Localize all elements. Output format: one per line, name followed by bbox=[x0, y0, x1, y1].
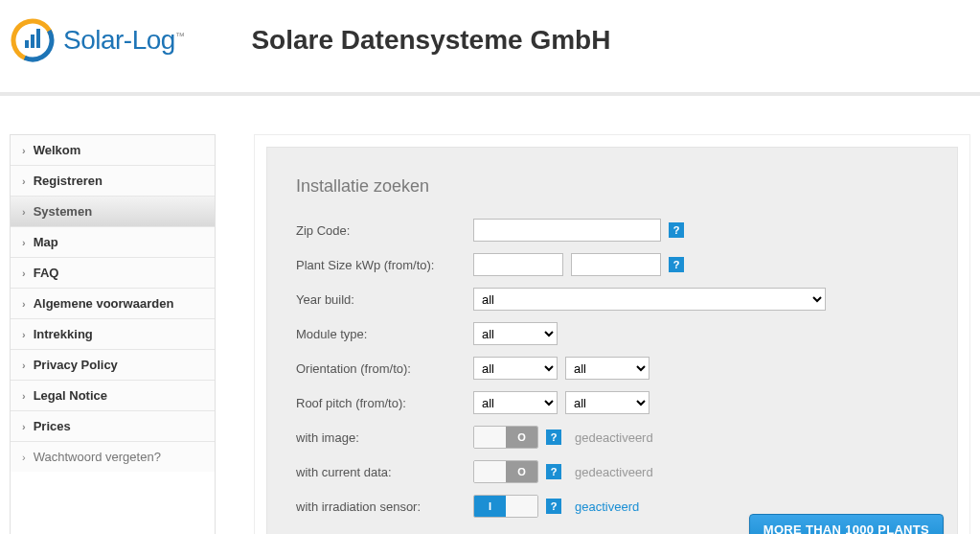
svg-rect-2 bbox=[25, 40, 29, 48]
chevron-right-icon: › bbox=[22, 329, 26, 340]
label-zip: Zip Code: bbox=[296, 223, 473, 238]
chevron-right-icon: › bbox=[22, 145, 26, 156]
chevron-right-icon: › bbox=[22, 298, 26, 310]
sidebar-item-label: Wachtwoord vergeten? bbox=[34, 450, 161, 464]
help-icon[interactable]: ? bbox=[546, 499, 561, 514]
year-select[interactable]: all bbox=[473, 288, 826, 311]
row-orientation: Orientation (from/to): all all bbox=[296, 356, 928, 381]
page-title: Solare Datensysteme GmbH bbox=[251, 25, 610, 56]
sidebar-item-label: FAQ bbox=[34, 266, 59, 280]
label-roof: Roof pitch (from/to): bbox=[296, 396, 473, 410]
logo: Solar-Log™ bbox=[10, 17, 184, 63]
label-with-current: with current data: bbox=[296, 465, 473, 479]
chevron-right-icon: › bbox=[22, 206, 26, 218]
label-with-irrad: with irradiation sensor: bbox=[296, 499, 473, 514]
label-with-image: with image: bbox=[296, 430, 473, 445]
chevron-right-icon: › bbox=[22, 452, 26, 463]
search-form: Installatie zoeken Zip Code: ? Plant Siz… bbox=[266, 147, 958, 534]
sidebar-item-label: Algemene voorwaarden bbox=[34, 296, 174, 311]
sidebar-item-label: Registreren bbox=[34, 174, 103, 188]
with-current-toggle[interactable]: O bbox=[473, 460, 538, 483]
module-select[interactable]: all bbox=[473, 322, 558, 345]
sidebar-item-label: Privacy Policy bbox=[34, 358, 118, 372]
chevron-right-icon: › bbox=[22, 390, 26, 402]
logo-text: Solar-Log™ bbox=[63, 25, 184, 56]
sidebar-item-label: Welkom bbox=[34, 143, 81, 157]
chevron-right-icon: › bbox=[22, 267, 26, 279]
row-plant-size: Plant Size kWp (from/to): ? bbox=[296, 252, 928, 277]
sidebar-item-label: Systemen bbox=[34, 204, 92, 219]
sidebar-item-5[interactable]: ›Algemene voorwaarden bbox=[11, 289, 215, 319]
sidebar-item-label: Map bbox=[34, 235, 58, 249]
sidebar-item-6[interactable]: ›Intrekking bbox=[11, 319, 215, 350]
row-zip: Zip Code: ? bbox=[296, 218, 928, 243]
with-image-state: gedeactiveerd bbox=[575, 430, 653, 445]
search-results-button[interactable]: MORE THAN 1000 PLANTS bbox=[749, 514, 944, 534]
with-image-toggle[interactable]: O bbox=[473, 426, 538, 449]
logo-icon bbox=[10, 17, 56, 63]
help-icon[interactable]: ? bbox=[546, 430, 561, 445]
header: Solar-Log™ Solare Datensysteme GmbH bbox=[0, 0, 980, 96]
plant-size-to-input[interactable] bbox=[571, 253, 661, 276]
chevron-right-icon: › bbox=[22, 175, 26, 187]
sidebar-item-7[interactable]: ›Privacy Policy bbox=[11, 350, 215, 381]
with-irrad-toggle[interactable]: I bbox=[473, 495, 538, 518]
with-current-state: gedeactiveerd bbox=[575, 465, 653, 479]
label-plant-size: Plant Size kWp (from/to): bbox=[296, 258, 473, 272]
form-title: Installatie zoeken bbox=[296, 176, 928, 197]
sidebar-item-0[interactable]: ›Welkom bbox=[11, 135, 215, 166]
main-panel: Installatie zoeken Zip Code: ? Plant Siz… bbox=[254, 134, 970, 534]
label-module: Module type: bbox=[296, 327, 473, 341]
sidebar-item-3[interactable]: ›Map bbox=[11, 227, 215, 258]
chevron-right-icon: › bbox=[22, 237, 26, 248]
roof-from-select[interactable]: all bbox=[473, 391, 558, 414]
sidebar: ›Welkom›Registreren›Systemen›Map›FAQ›Alg… bbox=[10, 134, 216, 534]
sidebar-item-label: Intrekking bbox=[34, 327, 93, 341]
sidebar-item-label: Prices bbox=[34, 419, 71, 433]
roof-to-select[interactable]: all bbox=[565, 391, 650, 414]
row-roof: Roof pitch (from/to): all all bbox=[296, 390, 928, 415]
sidebar-item-8[interactable]: ›Legal Notice bbox=[11, 381, 215, 411]
orientation-from-select[interactable]: all bbox=[473, 357, 558, 380]
label-year: Year build: bbox=[296, 292, 473, 307]
help-icon[interactable]: ? bbox=[669, 222, 684, 238]
svg-rect-3 bbox=[31, 35, 34, 48]
chevron-right-icon: › bbox=[22, 421, 26, 432]
help-icon[interactable]: ? bbox=[669, 257, 684, 272]
sidebar-item-4[interactable]: ›FAQ bbox=[11, 258, 215, 289]
orientation-to-select[interactable]: all bbox=[565, 357, 650, 380]
row-year: Year build: all bbox=[296, 287, 928, 312]
sidebar-item-2[interactable]: ›Systemen bbox=[11, 197, 215, 227]
with-irrad-state: geactiveerd bbox=[575, 499, 639, 514]
sidebar-item-10[interactable]: ›Wachtwoord vergeten? bbox=[11, 442, 215, 472]
sidebar-item-label: Legal Notice bbox=[34, 388, 107, 403]
plant-size-from-input[interactable] bbox=[473, 253, 563, 276]
label-orientation: Orientation (from/to): bbox=[296, 361, 473, 376]
row-module: Module type: all bbox=[296, 321, 928, 346]
help-icon[interactable]: ? bbox=[546, 464, 561, 479]
sidebar-item-1[interactable]: ›Registreren bbox=[11, 166, 215, 197]
chevron-right-icon: › bbox=[22, 360, 26, 371]
sidebar-item-9[interactable]: ›Prices bbox=[11, 411, 215, 442]
row-with-current: with current data: O ? gedeactiveerd bbox=[296, 459, 928, 484]
zip-input[interactable] bbox=[473, 219, 661, 242]
svg-rect-4 bbox=[36, 29, 40, 48]
row-with-image: with image: O ? gedeactiveerd bbox=[296, 425, 928, 450]
